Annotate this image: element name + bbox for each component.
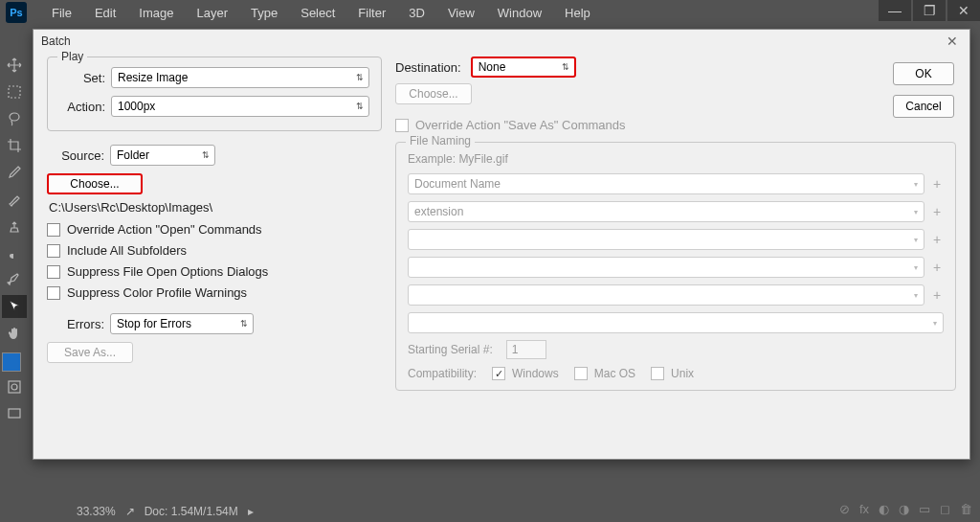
screen-mode-icon[interactable] <box>2 402 27 425</box>
menu-edit[interactable]: Edit <box>83 6 127 20</box>
path-selection-icon[interactable] <box>2 295 27 318</box>
override-save-label: Override Action "Save As" Commands <box>415 118 626 132</box>
compat-label: Compatibility: <box>408 367 477 380</box>
suppress-dialogs-label: Suppress File Open Options Dialogs <box>67 264 268 279</box>
lasso-tool-icon[interactable] <box>2 107 27 130</box>
pen-tool-icon[interactable] <box>2 268 27 291</box>
include-subfolders-label: Include All Subfolders <box>67 243 187 258</box>
plus-icon: + <box>930 204 944 219</box>
example-value: MyFile.gif <box>458 152 507 166</box>
naming-field-5 <box>408 284 924 306</box>
file-naming-fieldset: File Naming Example: MyFile.gif Document… <box>395 142 956 391</box>
errors-label: Errors: <box>47 317 104 331</box>
compat-unix-checkbox <box>651 367 664 380</box>
svg-point-3 <box>11 384 17 390</box>
compat-mac-label: Mac OS <box>594 367 635 380</box>
minimize-button[interactable]: — <box>879 0 911 21</box>
menubar: Ps File Edit Image Layer Type Select Fil… <box>0 0 980 25</box>
serial-label: Starting Serial #: <box>408 343 493 356</box>
plus-icon: + <box>930 260 944 275</box>
menu-filter[interactable]: Filter <box>346 6 397 20</box>
play-fieldset: Play Set: Resize Image Action: 1000px <box>47 57 382 131</box>
marquee-tool-icon[interactable] <box>2 80 27 103</box>
tools-toolbar <box>2 54 31 425</box>
naming-field-1: Document Name <box>408 173 924 194</box>
destination-label: Destination: <box>395 60 461 75</box>
serial-input <box>506 340 546 359</box>
eyedropper-tool-icon[interactable] <box>2 161 27 184</box>
batch-dialog: Batch ✕ OK Cancel Play Set: Resize Image… <box>33 29 970 460</box>
plus-icon: + <box>930 176 944 192</box>
naming-field-6 <box>408 312 944 333</box>
compat-windows-checkbox <box>492 367 505 380</box>
save-as-button: Save As... <box>47 342 133 363</box>
example-label: Example: <box>408 152 456 166</box>
hand-tool-icon[interactable] <box>2 322 27 345</box>
suppress-color-checkbox[interactable] <box>47 286 60 300</box>
window-controls: — ❐ ✕ <box>877 0 980 21</box>
menu-image[interactable]: Image <box>127 6 185 20</box>
status-icons: ⊘ fx ◐ ◑ ▭ ◻ 🗑 <box>839 502 972 516</box>
menu-view[interactable]: View <box>436 6 486 20</box>
trash-icon[interactable]: 🗑 <box>960 502 972 516</box>
menu-select[interactable]: Select <box>289 6 346 20</box>
adjustment-icon[interactable]: ◑ <box>899 502 909 516</box>
foreground-color-swatch[interactable] <box>2 352 21 372</box>
mask-icon[interactable]: ◐ <box>879 502 889 516</box>
maximize-button[interactable]: ❐ <box>913 0 946 21</box>
source-choose-button[interactable]: Choose... <box>47 173 143 194</box>
menu-type[interactable]: Type <box>239 6 289 20</box>
dialog-title: Batch <box>41 34 71 48</box>
menu-window[interactable]: Window <box>486 6 553 20</box>
zoom-level: 33.33% <box>77 505 116 518</box>
naming-field-3 <box>408 229 924 250</box>
naming-field-2: extension <box>408 201 924 222</box>
suppress-dialogs-checkbox[interactable] <box>47 265 60 279</box>
fx-icon[interactable]: fx <box>859 502 869 516</box>
destination-select[interactable]: None <box>471 57 576 78</box>
suppress-color-label: Suppress Color Profile Warnings <box>67 285 247 300</box>
menu-file[interactable]: File <box>40 6 83 20</box>
brush-tool-icon[interactable] <box>2 188 27 211</box>
menu-layer[interactable]: Layer <box>186 6 240 20</box>
override-open-label: Override Action "Open" Commands <box>67 222 262 237</box>
compat-windows-label: Windows <box>512 367 559 380</box>
plus-icon: + <box>930 287 944 303</box>
ps-logo: Ps <box>6 2 27 23</box>
compat-mac-checkbox <box>574 367 588 380</box>
folder-icon[interactable]: ▭ <box>919 502 930 516</box>
include-subfolders-checkbox[interactable] <box>47 244 60 258</box>
new-layer-icon[interactable]: ◻ <box>940 502 950 516</box>
compat-unix-label: Unix <box>671 367 694 380</box>
menu-3d[interactable]: 3D <box>397 6 436 20</box>
crop-tool-icon[interactable] <box>2 134 27 157</box>
set-select[interactable]: Resize Image <box>111 67 369 88</box>
override-open-checkbox[interactable] <box>47 223 60 237</box>
svg-point-1 <box>10 113 19 121</box>
file-naming-legend: File Naming <box>406 134 475 148</box>
clone-tool-icon[interactable] <box>2 215 27 238</box>
export-icon[interactable]: ↗ <box>125 505 135 518</box>
source-select[interactable]: Folder <box>110 145 215 166</box>
link-icon[interactable]: ⊘ <box>839 502 850 516</box>
plus-icon: + <box>930 232 944 247</box>
destination-choose-button: Choose... <box>395 83 472 104</box>
override-save-checkbox <box>395 119 409 132</box>
menu-help[interactable]: Help <box>553 6 602 20</box>
dialog-close-icon[interactable]: ✕ <box>943 34 962 49</box>
svg-rect-4 <box>9 409 20 418</box>
set-label: Set: <box>59 71 105 85</box>
doc-size: Doc: 1.54M/1.54M <box>145 505 238 518</box>
source-label: Source: <box>47 148 104 163</box>
move-tool-icon[interactable] <box>2 54 27 77</box>
naming-field-4 <box>408 257 924 278</box>
close-window-button[interactable]: ✕ <box>947 0 980 21</box>
action-select[interactable]: 1000px <box>111 96 369 117</box>
source-path: C:\Users\Rc\Desktop\Images\ <box>49 200 382 215</box>
errors-select[interactable]: Stop for Errors <box>110 313 254 334</box>
quick-mask-icon[interactable] <box>2 375 27 398</box>
dialog-titlebar: Batch ✕ <box>33 30 969 53</box>
chevron-right-icon[interactable]: ▸ <box>248 505 254 518</box>
gradient-tool-icon[interactable] <box>2 241 27 264</box>
action-label: Action: <box>59 100 105 114</box>
